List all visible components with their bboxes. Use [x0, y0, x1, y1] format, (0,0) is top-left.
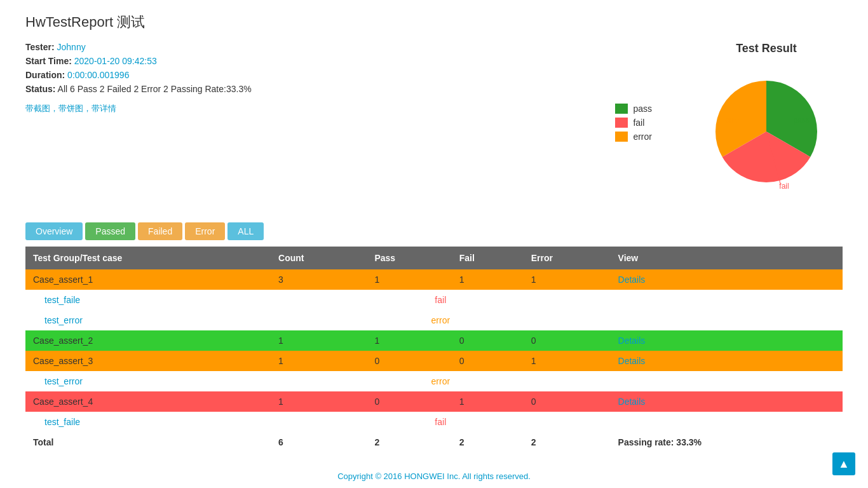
table-row: Case_assert_1 3 1 1 1 Details [25, 269, 843, 290]
sub-row-name: test_error [25, 310, 271, 330]
tab-error[interactable]: Error [185, 222, 225, 240]
sub-row-status: fail [271, 290, 610, 310]
fail-status: fail [435, 417, 446, 427]
row-count: 1 [271, 330, 367, 351]
error-status: error [431, 315, 451, 325]
sub-row-status: error [271, 310, 610, 330]
legend-pass-color [615, 104, 628, 114]
tester-label: Tester: [25, 42, 55, 52]
top-section: Tester: Johnny Start Time: 2020-01-20 09… [25, 42, 843, 203]
legend-error-label: error [633, 132, 652, 142]
chart-title: Test Result [690, 42, 843, 55]
start-time-label: Start Time: [25, 56, 72, 66]
row-pass: 0 [367, 391, 451, 412]
table-row: test_faile fail [25, 412, 843, 432]
sub-row-name: test_error [25, 371, 271, 391]
row-fail: 1 [452, 391, 524, 412]
pie-chart-svg: error pass fail [690, 62, 843, 201]
legend-fail-color [615, 118, 628, 128]
start-time-value: 2020-01-20 09:42:53 [74, 56, 157, 66]
row-view: Details [611, 351, 843, 371]
col-header-view: View [611, 247, 843, 269]
tab-passed[interactable]: Passed [85, 222, 135, 240]
legend-error: error [615, 132, 652, 142]
page-container: HwTestReport 测试 Tester: Johnny Start Tim… [0, 0, 868, 488]
col-header-fail: Fail [452, 247, 524, 269]
status-meta: Status: All 6 Pass 2 Failed 2 Error 2 Pa… [25, 84, 577, 94]
row-view: Details [611, 330, 843, 351]
table-row: Case_assert_2 1 1 0 0 Details [25, 330, 843, 351]
status-label: Status: [25, 84, 55, 94]
left-info: Tester: Johnny Start Time: 2020-01-20 09… [25, 42, 577, 114]
row-name: Case_assert_4 [25, 391, 271, 412]
col-header-count: Count [271, 247, 367, 269]
total-passing-rate: Passing rate: 33.3% [611, 432, 843, 452]
col-header-name: Test Group/Test case [25, 247, 271, 269]
row-view: Details [611, 269, 843, 290]
total-fail: 2 [452, 432, 524, 452]
details-link[interactable]: Details [618, 336, 646, 346]
scroll-to-top-button[interactable]: ▲ [832, 452, 855, 475]
chart-right-section: pass fail error Test Result [615, 42, 843, 203]
duration-value: 0:00:00.001996 [67, 70, 129, 80]
row-count: 3 [271, 269, 367, 290]
row-count: 1 [271, 391, 367, 412]
row-pass: 0 [367, 351, 451, 371]
sub-row-name: test_faile [25, 290, 271, 310]
total-label: Total [25, 432, 271, 452]
duration-label: Duration: [25, 70, 65, 80]
tester-meta: Tester: Johnny [25, 42, 577, 52]
start-time-meta: Start Time: 2020-01-20 09:42:53 [25, 56, 577, 66]
legend-fail: fail [615, 118, 652, 128]
fail-status: fail [435, 295, 446, 305]
tab-failed[interactable]: Failed [138, 222, 182, 240]
table-row: test_faile fail [25, 290, 843, 310]
tester-value: Johnny [57, 42, 86, 52]
table-row: Case_assert_3 1 0 0 1 Details [25, 351, 843, 371]
row-pass: 1 [367, 269, 451, 290]
col-header-error: Error [524, 247, 611, 269]
row-count: 1 [271, 351, 367, 371]
sub-row-status: fail [271, 412, 610, 432]
row-error: 0 [524, 330, 611, 351]
table-row: test_error error [25, 371, 843, 391]
tab-all[interactable]: ALL [227, 222, 264, 240]
duration-meta: Duration: 0:00:00.001996 [25, 70, 577, 80]
details-link[interactable]: Details [618, 274, 646, 285]
page-footer: Copyright © 2016 HONGWEI Inc. All rights… [25, 471, 843, 481]
pie-chart-section: Test Result [690, 42, 843, 203]
legend-fail-label: fail [633, 118, 644, 128]
total-pass: 2 [367, 432, 451, 452]
tab-overview[interactable]: Overview [25, 222, 83, 240]
row-fail: 1 [452, 269, 524, 290]
legend-pass-label: pass [633, 104, 652, 114]
results-table: Test Group/Test case Count Pass Fail Err… [25, 247, 843, 452]
row-name: Case_assert_1 [25, 269, 271, 290]
row-error: 0 [524, 391, 611, 412]
table-header-row: Test Group/Test case Count Pass Fail Err… [25, 247, 843, 269]
table-row: test_error error [25, 310, 843, 330]
page-title: HwTestReport 测试 [25, 13, 843, 32]
total-count: 6 [271, 432, 367, 452]
status-value: All 6 Pass 2 Failed 2 Error 2 Passing Ra… [58, 84, 252, 94]
legend-error-color [615, 132, 628, 142]
error-status: error [431, 376, 451, 386]
row-pass: 1 [367, 330, 451, 351]
pie-label-error: error [725, 116, 741, 125]
legend-pass: pass [615, 104, 652, 114]
pie-wrapper: error pass fail [690, 62, 843, 203]
row-error: 1 [524, 351, 611, 371]
row-fail: 0 [452, 351, 524, 371]
row-name: Case_assert_2 [25, 330, 271, 351]
row-name: Case_assert_3 [25, 351, 271, 371]
pie-label-pass: pass [793, 116, 809, 125]
tabs-container: Overview Passed Failed Error ALL [25, 222, 843, 240]
description: 带截图，带饼图，带详情 [25, 103, 577, 114]
sub-row-status: error [271, 371, 610, 391]
pie-label-fail: fail [779, 182, 789, 191]
table-row: Case_assert_4 1 0 1 0 Details [25, 391, 843, 412]
details-link[interactable]: Details [618, 396, 646, 407]
details-link[interactable]: Details [618, 356, 646, 366]
row-view: Details [611, 391, 843, 412]
total-error: 2 [524, 432, 611, 452]
